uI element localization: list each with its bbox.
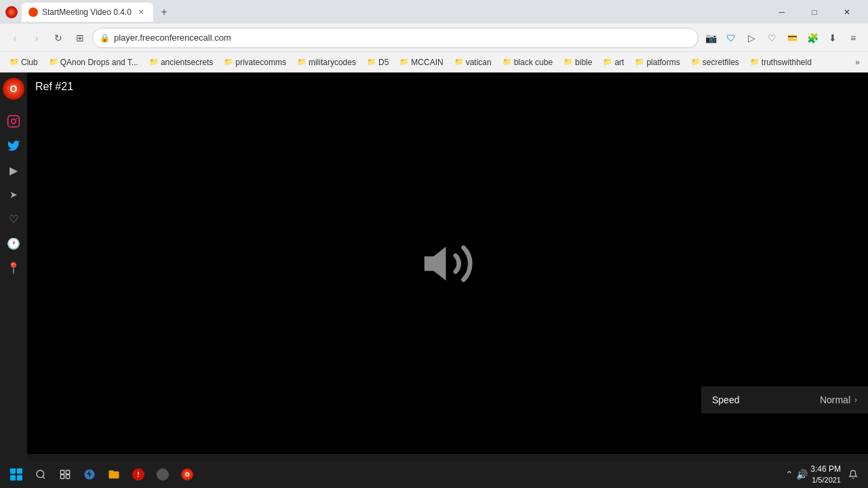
video-area[interactable]: Ref #21 Speed Normal › (27, 73, 868, 454)
bookmarks-more-button[interactable]: » (852, 56, 863, 68)
bookmark-platforms[interactable]: 📁 platforms (631, 56, 684, 68)
bookmark-label: secretfiles (703, 58, 739, 67)
speed-value-container: Normal › (820, 394, 857, 405)
audio-indicator (420, 237, 475, 291)
bookmark-militarycodes[interactable]: 📁 militarycodes (293, 56, 360, 68)
close-button[interactable]: ✕ (831, 0, 863, 24)
play-button[interactable]: ▷ (742, 28, 761, 47)
bookmark-label: truthswithheld (762, 58, 812, 67)
new-tab-button[interactable]: + (156, 4, 172, 20)
taskbar: ! O ⌃ 🔊 3:46 PM 1/5/2021 (0, 461, 868, 488)
tab-title: StartMeeting Video 0.4.0 (42, 7, 132, 17)
clock-date: 1/5/2021 (810, 475, 841, 485)
camera-button[interactable]: 📷 (701, 28, 720, 47)
bookmark-art[interactable]: 📁 art (599, 56, 628, 68)
address-bar[interactable]: 🔒 player.freeconferencecall.com (92, 28, 698, 48)
tab-close-button[interactable]: ✕ (136, 7, 146, 18)
ref-label: Ref #21 (35, 81, 73, 93)
forward-button[interactable]: › (27, 28, 46, 47)
bookmark-qanon[interactable]: 📁 QAnon Drops and T... (45, 56, 142, 68)
bookmark-d5[interactable]: 📁 D5 (363, 56, 393, 68)
grid-button[interactable]: ⊞ (71, 28, 90, 47)
bookmark-privatecomms[interactable]: 📁 privatecomms (220, 56, 290, 68)
svg-point-1 (12, 119, 16, 124)
svg-rect-0 (8, 116, 20, 127)
taskbar-app1[interactable]: ! (127, 464, 149, 485)
wallet-button[interactable]: 💳 (783, 28, 802, 47)
system-clock[interactable]: 3:46 PM 1/5/2021 (810, 464, 841, 485)
sidebar-twitter[interactable] (3, 135, 24, 157)
taskbar-search[interactable] (30, 464, 52, 485)
speed-control[interactable]: Speed Normal › (701, 386, 868, 413)
tab-favicon (28, 7, 38, 17)
maximize-button[interactable]: □ (799, 0, 830, 24)
bookmark-club[interactable]: 📁 Club (5, 56, 42, 68)
sidebar-history[interactable]: 🕐 (3, 232, 24, 254)
bookmark-label: platforms (646, 58, 679, 67)
taskbar-edge[interactable] (79, 464, 100, 485)
sidebar-heart[interactable]: ♡ (3, 208, 24, 230)
svg-point-2 (16, 118, 18, 119)
bookmark-label: art (614, 58, 624, 67)
url-text: player.freeconferencecall.com (114, 33, 691, 43)
sidebar-opera-logo[interactable]: O (3, 78, 24, 100)
speed-label: Speed (712, 394, 739, 405)
system-tray-icons: ⌃ 🔊 (785, 469, 808, 480)
extension-button[interactable]: 🧩 (803, 28, 822, 47)
taskbar-app2[interactable] (152, 464, 174, 485)
nav-actions: 📷 🛡 ▷ ♡ 💳 🧩 ⬇ ≡ (701, 28, 863, 47)
bookmark-label: Club (21, 58, 38, 67)
svg-point-11 (37, 470, 44, 478)
sidebar-location[interactable]: 📍 (3, 257, 24, 279)
bookmark-truthswithheld[interactable]: 📁 truthswithheld (746, 56, 816, 68)
tray-up-arrow[interactable]: ⌃ (785, 469, 793, 480)
sidebar-play[interactable]: ▶ (3, 159, 24, 181)
sidebar-forward[interactable]: ➤ (3, 184, 24, 205)
bookmark-label: ancientsecrets (161, 58, 213, 67)
folder-icon: 📁 (635, 58, 644, 66)
window-controls: ─ □ ✕ (766, 0, 863, 24)
heart-button[interactable]: ♡ (762, 28, 781, 47)
folder-icon: 📁 (399, 58, 409, 66)
bookmark-ancientsecrets[interactable]: 📁 ancientsecrets (145, 56, 217, 68)
clock-time: 3:46 PM (810, 464, 841, 475)
navigation-bar: ‹ › ↻ ⊞ 🔒 player.freeconferencecall.com … (0, 24, 868, 52)
folder-icon: 📁 (564, 58, 573, 66)
title-bar: StartMeeting Video 0.4.0 ✕ + ─ □ ✕ (0, 0, 868, 24)
shield-button[interactable]: 🛡 (722, 28, 741, 47)
menu-button[interactable]: ≡ (844, 28, 863, 47)
bookmark-vatican[interactable]: 📁 vatican (450, 56, 496, 68)
taskbar-file-explorer[interactable] (103, 464, 125, 485)
bookmark-bible[interactable]: 📁 bible (559, 56, 596, 68)
tray-speaker[interactable]: 🔊 (796, 469, 808, 480)
svg-rect-13 (66, 470, 69, 474)
svg-marker-3 (425, 247, 446, 279)
bookmark-secretfiles[interactable]: 📁 secretfiles (687, 56, 743, 68)
bookmarks-bar: 📁 Club 📁 QAnon Drops and T... 📁 ancients… (0, 52, 868, 73)
notification-button[interactable] (844, 465, 863, 484)
bookmark-label: MCCAIN (411, 58, 443, 67)
taskbar-task-view[interactable] (54, 464, 76, 485)
windows-logo (10, 468, 22, 481)
bookmark-mccain[interactable]: 📁 MCCAIN (395, 56, 447, 68)
folder-icon: 📁 (149, 58, 159, 66)
lock-icon: 🔒 (100, 33, 110, 43)
bookmark-blackcube[interactable]: 📁 black cube (498, 56, 557, 68)
svg-rect-14 (60, 475, 64, 479)
minimize-button[interactable]: ─ (766, 0, 797, 24)
refresh-button[interactable]: ↻ (49, 28, 68, 47)
back-button[interactable]: ‹ (5, 28, 24, 47)
content-area: O ▶ ➤ ♡ 🕐 📍 Ref #21 (0, 73, 868, 488)
active-tab[interactable]: StartMeeting Video 0.4.0 ✕ (22, 3, 153, 22)
folder-icon: 📁 (49, 58, 58, 66)
taskbar-opera[interactable]: O (176, 464, 198, 485)
opera-browser-icon (5, 6, 18, 18)
svg-rect-15 (66, 475, 69, 479)
bookmark-label: militarycodes (309, 58, 356, 67)
start-button[interactable] (5, 464, 27, 485)
tab-bar: StartMeeting Video 0.4.0 ✕ + (22, 3, 762, 22)
video-container: Ref #21 Speed Normal › (27, 73, 868, 488)
download-button[interactable]: ⬇ (823, 28, 842, 47)
sidebar-instagram[interactable] (3, 110, 24, 132)
folder-icon: 📁 (691, 58, 701, 66)
